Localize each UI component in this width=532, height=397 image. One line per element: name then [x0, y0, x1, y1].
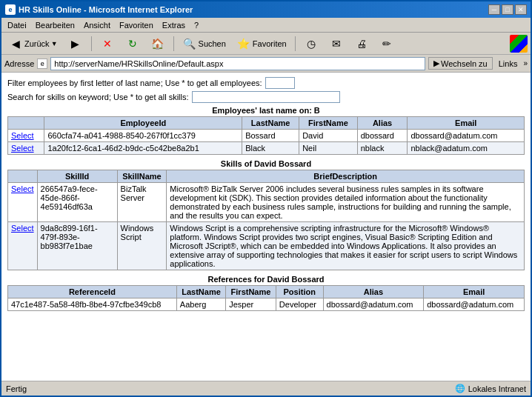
filter-lastname-row: Filter employees by first letter of last… — [7, 77, 525, 89]
ref-position: Developer — [276, 298, 323, 311]
skill-description: Windows Script is a comprehensive script… — [167, 222, 525, 270]
select-cell: Select — [8, 222, 38, 270]
title-bar: e HR Skills Online - Microsoft Internet … — [1, 1, 531, 18]
stop-icon: ✕ — [100, 36, 115, 51]
select-skill-button[interactable]: Select — [11, 184, 34, 193]
favorites-icon: ⭐ — [236, 36, 251, 51]
menu-bar: Datei Bearbeiten Ansicht Favoriten Extra… — [1, 18, 531, 33]
employees-section-title: Employees' last name on: B — [7, 106, 525, 115]
back-dropdown-icon[interactable]: ▼ — [51, 40, 58, 47]
forward-icon: ▶ — [68, 36, 83, 51]
links-button[interactable]: Links — [496, 59, 521, 69]
employees-col-alias: Alias — [357, 117, 408, 130]
filter-skills-row: Search for skills on keyword; Use * to g… — [7, 91, 525, 103]
filter-skills-input[interactable] — [192, 91, 340, 103]
menu-help[interactable]: ? — [190, 19, 203, 31]
home-button[interactable]: 🏠 — [147, 34, 169, 53]
links-arrow-icon: » — [523, 59, 528, 67]
windows-logo — [510, 35, 528, 53]
mail-button[interactable]: ✉ — [325, 34, 348, 53]
go-label: Wechseln zu — [441, 59, 488, 68]
refresh-button[interactable]: ↻ — [122, 34, 144, 53]
ref-col-position: Position — [276, 286, 323, 298]
select-skill-button[interactable]: Select — [11, 224, 34, 233]
employee-alias: nblack — [357, 142, 408, 155]
skills-table: SkillId SkillName BriefDescription Selec… — [7, 170, 525, 270]
forward-button[interactable]: ▶ — [64, 34, 87, 53]
separator-3 — [295, 36, 296, 51]
back-button[interactable]: ◀ Zurück ▼ — [4, 34, 61, 53]
address-ie-icon: e — [37, 59, 47, 69]
select-employee-button[interactable]: Select — [11, 144, 34, 153]
filter-lastname-input[interactable] — [265, 77, 295, 89]
employees-table: EmployeeId LastName FirstName Alias Emai… — [7, 116, 525, 155]
separator-1 — [91, 36, 92, 51]
mail-icon: ✉ — [329, 36, 344, 51]
browser-window: e HR Skills Online - Microsoft Internet … — [0, 0, 532, 397]
go-arrow-icon: ▶ — [433, 59, 439, 68]
menu-favoriten[interactable]: Favoriten — [115, 19, 158, 31]
ref-id: 47c1e487-5a58-48fb-8be4-97cfbe349cb8 — [8, 298, 177, 311]
employee-id: 660cfa74-a041-4988-8540-267f0f1cc379 — [44, 130, 242, 142]
references-table: ReferenceId LastName FirstName Position … — [7, 285, 525, 311]
employees-col-id: EmployeeId — [44, 117, 242, 130]
favorites-button[interactable]: ⭐ Favoriten — [233, 34, 290, 53]
menu-bearbeiten[interactable]: Bearbeiten — [31, 19, 79, 31]
search-label: Suchen — [199, 39, 226, 48]
search-button[interactable]: 🔍 Suchen — [179, 34, 230, 53]
skill-name: BizTalk Server — [117, 183, 167, 222]
skills-col-desc: BriefDescription — [167, 170, 525, 183]
maximize-button[interactable]: □ — [502, 4, 513, 15]
windows-logo-icon — [510, 35, 528, 53]
toolbar: ◀ Zurück ▼ ▶ ✕ ↻ 🏠 🔍 Suchen ⭐ Favoriten … — [1, 33, 531, 55]
browser-icon: e — [5, 4, 16, 15]
employee-email: nblack@adatum.com — [408, 142, 525, 155]
employees-col-email: Email — [408, 117, 525, 130]
print-icon: 🖨 — [354, 36, 369, 51]
table-row: Select 660cfa74-a041-4988-8540-267f0f1cc… — [8, 130, 525, 142]
close-button[interactable]: ✕ — [515, 4, 527, 15]
ref-col-email: Email — [424, 286, 525, 298]
ref-lastname: Aaberg — [176, 298, 225, 311]
menu-ansicht[interactable]: Ansicht — [79, 19, 115, 31]
address-bar: Adresse e ▶ Wechseln zu Links » — [1, 55, 531, 73]
employee-email: dbossard@adatum.com — [408, 130, 525, 142]
history-button[interactable]: ◷ — [300, 34, 322, 53]
skills-section-title: Skills of David Bossard — [7, 159, 525, 168]
employee-id: 1a20fc12-6ca1-46d2-b9dc-c5c42be8a2b1 — [44, 142, 242, 155]
status-bar: Fertig 🌐 Lokales Intranet — [1, 381, 531, 396]
refresh-icon: ↻ — [125, 36, 140, 51]
page-content: Filter employees by first letter of last… — [1, 73, 531, 381]
skills-col-name: SkillName — [117, 170, 167, 183]
employee-lastname: Black — [242, 142, 299, 155]
employee-lastname: Bossard — [242, 130, 299, 142]
stop-button[interactable]: ✕ — [96, 34, 119, 53]
ref-col-id: ReferenceId — [8, 286, 177, 298]
select-cell: Select — [8, 130, 44, 142]
filter-lastname-label: Filter employees by first letter of last… — [7, 79, 262, 87]
employees-col-action — [8, 117, 44, 130]
edit-icon: ✏ — [379, 36, 394, 51]
back-label: Zurück — [24, 39, 50, 48]
skill-id: 9da8c899-16f1-479f-893e-bb983f7e1bae — [37, 222, 117, 270]
select-employee-button[interactable]: Select — [11, 131, 34, 140]
skill-id: 266547a9-fece-45de-866f-4e59146df63a — [37, 183, 117, 222]
menu-datei[interactable]: Datei — [3, 19, 31, 31]
ref-alias: dbossard@adatum.com — [323, 298, 424, 311]
employee-firstname: David — [299, 130, 358, 142]
status-right: 🌐 Lokales Intranet — [455, 384, 526, 393]
search-icon: 🔍 — [182, 36, 197, 51]
menu-extras[interactable]: Extras — [158, 19, 190, 31]
filter-skills-label: Search for skills on keyword; Use * to g… — [7, 93, 189, 101]
print-button[interactable]: 🖨 — [350, 34, 373, 53]
minimize-button[interactable]: ─ — [488, 4, 500, 15]
ref-email: dbossard@adatum.com — [424, 298, 525, 311]
back-icon: ◀ — [8, 36, 23, 51]
address-input[interactable] — [50, 57, 425, 70]
table-row: Select 9da8c899-16f1-479f-893e-bb983f7e1… — [8, 222, 525, 270]
go-button[interactable]: ▶ Wechseln zu — [428, 57, 493, 70]
table-row: 47c1e487-5a58-48fb-8be4-97cfbe349cb8 Aab… — [8, 298, 525, 311]
ref-firstname: Jesper — [226, 298, 276, 311]
home-icon: 🏠 — [150, 36, 165, 51]
edit-button[interactable]: ✏ — [376, 34, 398, 53]
